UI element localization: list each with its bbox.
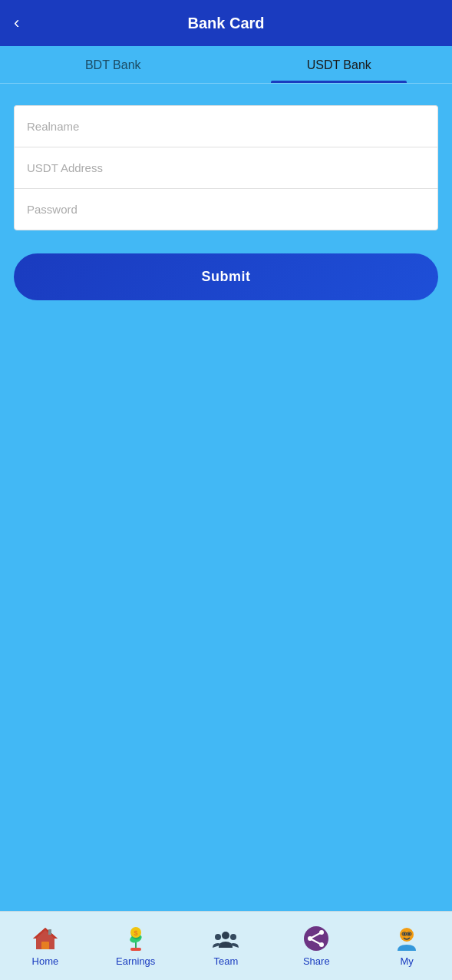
earnings-icon: $: [122, 925, 150, 952]
usdt-address-field[interactable]: [14, 147, 438, 188]
tab-usdt-bank[interactable]: USDT Bank: [226, 46, 453, 83]
nav-item-team[interactable]: Team: [181, 912, 272, 980]
tab-bar: BDT Bank USDT Bank: [0, 46, 452, 84]
main-content: Submit: [0, 84, 452, 911]
svg-point-10: [222, 932, 229, 939]
team-label: Team: [214, 955, 239, 967]
svg-rect-1: [41, 942, 49, 949]
nav-item-share[interactable]: Share: [271, 912, 361, 980]
team-icon: [212, 925, 239, 952]
home-label: Home: [32, 955, 59, 967]
nav-item-earnings[interactable]: $ Earnings: [91, 912, 181, 980]
svg-rect-9: [130, 948, 141, 951]
svg-point-11: [215, 934, 221, 940]
submit-button[interactable]: Submit: [14, 253, 438, 300]
svg-point-21: [408, 933, 411, 935]
home-icon: [31, 925, 59, 952]
svg-point-12: [230, 934, 236, 940]
my-icon: [393, 925, 421, 952]
nav-item-home[interactable]: Home: [0, 912, 91, 980]
share-label: Share: [303, 955, 330, 967]
svg-point-13: [304, 926, 328, 951]
my-label: My: [400, 955, 413, 967]
form-group: [14, 105, 438, 230]
realname-field[interactable]: [14, 105, 438, 147]
svg-text:$: $: [134, 929, 137, 937]
back-button[interactable]: ‹: [14, 13, 19, 33]
header: ‹ Bank Card: [0, 0, 452, 46]
earnings-label: Earnings: [116, 955, 155, 967]
tab-bdt-bank[interactable]: BDT Bank: [0, 46, 226, 83]
share-icon: [302, 925, 330, 952]
bottom-nav: Home $ Earnings Team: [0, 911, 452, 980]
page-title: Bank Card: [187, 15, 264, 32]
password-field[interactable]: [14, 188, 438, 230]
svg-point-20: [404, 933, 406, 935]
svg-rect-3: [48, 929, 51, 935]
nav-item-my[interactable]: My: [361, 912, 452, 980]
